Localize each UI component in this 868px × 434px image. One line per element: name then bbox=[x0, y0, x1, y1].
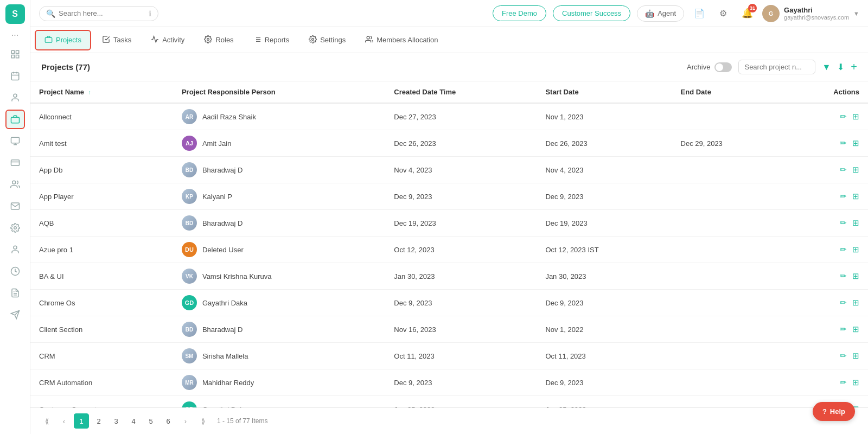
page-button-6[interactable]: 6 bbox=[161, 413, 176, 429]
sidebar-item-user[interactable] bbox=[5, 88, 25, 107]
filter-icon[interactable]: ▼ bbox=[822, 62, 831, 72]
search-input[interactable] bbox=[59, 9, 145, 17]
cell-project-name: Allconnect bbox=[30, 103, 173, 130]
search-icon: 🔍 bbox=[46, 9, 55, 18]
cell-person: KP Kalyani P bbox=[173, 183, 385, 210]
sidebar-item-projects[interactable] bbox=[5, 110, 25, 129]
projects-table: Project Name ↑ Project Responsible Perso… bbox=[30, 81, 868, 407]
sidebar-item-card[interactable] bbox=[5, 153, 25, 173]
delete-button[interactable]: ⊞ bbox=[852, 351, 859, 361]
page-button-3[interactable]: 3 bbox=[108, 413, 124, 429]
settings-tab-icon bbox=[309, 35, 317, 45]
sidebar-more[interactable]: ··· bbox=[11, 30, 18, 40]
delete-button[interactable]: ⊞ bbox=[852, 218, 859, 228]
avatar: BD bbox=[182, 322, 197, 337]
cell-actions: ✏ ⊞ bbox=[786, 130, 868, 157]
nav-tab-activity[interactable]: Activity bbox=[142, 31, 193, 49]
download-icon[interactable]: ⬇ bbox=[837, 62, 844, 72]
help-button[interactable]: ? Help bbox=[813, 402, 855, 421]
archive-toggle-switch[interactable] bbox=[714, 62, 732, 72]
user-name: Gayathri bbox=[784, 6, 849, 14]
delete-button[interactable]: ⊞ bbox=[852, 271, 859, 281]
edit-button[interactable]: ✏ bbox=[840, 271, 847, 281]
avatar: AR bbox=[182, 109, 197, 124]
agent-button[interactable]: 🤖 Agent bbox=[637, 5, 684, 22]
nav-tab-members[interactable]: Members Allocation bbox=[356, 31, 446, 49]
nav-tab-tasks[interactable]: Tasks bbox=[93, 31, 140, 49]
projects-table-container: Project Name ↑ Project Responsible Perso… bbox=[30, 81, 868, 407]
reports-tab-icon bbox=[253, 35, 261, 45]
sidebar-item-send[interactable] bbox=[5, 305, 25, 324]
notification-button[interactable]: 🔔 31 bbox=[738, 5, 756, 22]
sidebar-item-dashboard[interactable] bbox=[5, 44, 25, 64]
page-button-1[interactable]: 1 bbox=[74, 413, 89, 429]
svg-rect-13 bbox=[11, 160, 19, 166]
sidebar-item-team[interactable] bbox=[5, 175, 25, 194]
projects-tab-icon bbox=[44, 35, 53, 45]
sidebar-item-report[interactable] bbox=[5, 283, 25, 303]
app-logo[interactable]: S bbox=[5, 4, 25, 24]
search-box[interactable]: 🔍 ℹ bbox=[39, 6, 158, 21]
edit-button[interactable]: ✏ bbox=[840, 218, 847, 228]
user-profile[interactable]: G Gayathri gayathri@snovasys.com ▼ bbox=[762, 5, 859, 22]
edit-button[interactable]: ✏ bbox=[840, 378, 847, 387]
add-icon[interactable]: + bbox=[851, 61, 857, 73]
avatar: BD bbox=[182, 162, 197, 177]
prev-page-button[interactable]: ‹ bbox=[56, 413, 72, 429]
last-page-button[interactable]: ⟫ bbox=[195, 413, 210, 429]
settings-icon[interactable]: ⚙ bbox=[714, 5, 732, 22]
delete-button[interactable]: ⊞ bbox=[852, 378, 859, 387]
sidebar-item-settings[interactable] bbox=[5, 218, 25, 238]
sidebar-item-person-settings[interactable] bbox=[5, 240, 25, 259]
delete-button[interactable]: ⊞ bbox=[852, 245, 859, 254]
page-button-5[interactable]: 5 bbox=[143, 413, 158, 429]
edit-button[interactable]: ✏ bbox=[840, 112, 847, 122]
edit-button[interactable]: ✏ bbox=[840, 351, 847, 361]
search-project-box[interactable] bbox=[738, 60, 815, 74]
sidebar-item-calendar[interactable] bbox=[5, 66, 25, 86]
edit-button[interactable]: ✏ bbox=[840, 245, 847, 254]
cell-start: Nov 1, 2023 bbox=[537, 103, 672, 130]
edit-button[interactable]: ✏ bbox=[840, 324, 847, 334]
customer-success-button[interactable]: Customer Success bbox=[553, 5, 630, 21]
cell-project-name: AQB bbox=[30, 210, 173, 237]
nav-tab-roles[interactable]: Roles bbox=[195, 31, 242, 49]
delete-button[interactable]: ⊞ bbox=[852, 138, 859, 148]
cell-created: Nov 16, 2023 bbox=[385, 316, 537, 343]
edit-button[interactable]: ✏ bbox=[840, 192, 847, 201]
free-demo-button[interactable]: Free Demo bbox=[493, 5, 546, 21]
sidebar-item-monitor[interactable] bbox=[5, 131, 25, 151]
table-row: Chrome Os GD Gayathri Daka Dec 9, 2023 D… bbox=[30, 290, 868, 316]
next-page-button[interactable]: › bbox=[178, 413, 193, 429]
nav-tab-projects[interactable]: Projects bbox=[35, 30, 91, 50]
edit-button[interactable]: ✏ bbox=[840, 138, 847, 148]
sort-icon[interactable]: ↑ bbox=[88, 90, 91, 95]
avatar: GD bbox=[182, 295, 197, 310]
top-header: 🔍 ℹ Free Demo Customer Success 🤖 Agent 📄… bbox=[30, 0, 868, 27]
first-page-button[interactable]: ⟪ bbox=[39, 413, 54, 429]
sidebar-item-mail[interactable] bbox=[5, 196, 25, 216]
page-button-4[interactable]: 4 bbox=[126, 413, 141, 429]
edit-button[interactable]: ✏ bbox=[840, 165, 847, 175]
cell-actions: ✏ ⊞ bbox=[786, 103, 868, 130]
nav-tab-settings[interactable]: Settings bbox=[300, 31, 354, 49]
cell-project-name: Amit test bbox=[30, 130, 173, 157]
edit-button[interactable]: ✏ bbox=[840, 298, 847, 308]
page-button-2[interactable]: 2 bbox=[91, 413, 106, 429]
col-end: End Date bbox=[672, 81, 786, 103]
delete-button[interactable]: ⊞ bbox=[852, 165, 859, 175]
cell-project-name: BA & UI bbox=[30, 263, 173, 290]
cell-project-name: Customer Support bbox=[30, 396, 173, 408]
search-project-input[interactable] bbox=[744, 63, 809, 71]
document-icon[interactable]: 📄 bbox=[691, 5, 708, 22]
cell-end bbox=[672, 210, 786, 237]
sidebar-item-clock[interactable] bbox=[5, 261, 25, 281]
cell-start: Oct 11, 2023 bbox=[537, 343, 672, 369]
nav-tabs: Projects Tasks Activity Roles Reports Se… bbox=[30, 27, 868, 53]
delete-button[interactable]: ⊞ bbox=[852, 192, 859, 201]
delete-button[interactable]: ⊞ bbox=[852, 112, 859, 122]
delete-button[interactable]: ⊞ bbox=[852, 298, 859, 308]
nav-tab-reports[interactable]: Reports bbox=[245, 31, 298, 49]
svg-rect-2 bbox=[11, 55, 14, 58]
delete-button[interactable]: ⊞ bbox=[852, 324, 859, 334]
